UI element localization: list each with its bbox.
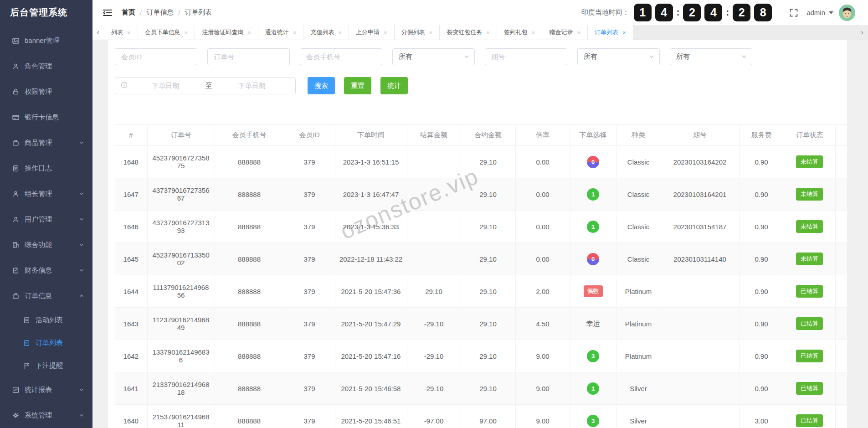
cell-period: 20230103154187 — [661, 211, 739, 243]
sidebar-item[interactable]: 活动列表 — [0, 309, 92, 331]
cell-order_no: 45237901672735875 — [147, 146, 215, 178]
bag-icon — [12, 292, 20, 300]
tab-close-icon[interactable]: × — [338, 29, 342, 36]
tab-close-icon[interactable]: × — [293, 29, 297, 36]
sidebar-item-label: 财务信息 — [25, 266, 79, 275]
sidebar-item[interactable]: 综合功能 — [0, 232, 92, 258]
bet-choice-badge: 3 — [587, 415, 599, 427]
order-no-input[interactable] — [207, 48, 290, 65]
cell-time: 2023-1-3 15:36:33 — [335, 211, 407, 243]
cell-category: Silver — [616, 372, 661, 405]
filter-select-2[interactable]: 所有 — [577, 48, 660, 65]
sidebar-item[interactable]: 统计报表 — [0, 377, 92, 402]
cell-stub — [835, 211, 847, 243]
tab-close-icon[interactable]: × — [127, 29, 131, 36]
clock-digit: 8 — [754, 4, 772, 21]
cell-member_id: 379 — [284, 308, 335, 340]
cell-phone: 888888 — [215, 275, 284, 308]
filter-select-3[interactable]: 所有 — [670, 48, 752, 65]
sidebar-item[interactable]: 银行卡信息 — [0, 104, 92, 130]
tab-close-icon[interactable]: × — [185, 29, 188, 36]
tab-close-icon[interactable]: × — [577, 29, 580, 36]
tab[interactable]: 通道统计 × — [258, 25, 304, 40]
main-area: 首页 / 订单信息 / 订单列表 印度当地时间： 1 4 : 2 4 : 2 8 — [92, 0, 868, 428]
sidebar-item[interactable]: 系统管理 — [0, 402, 92, 428]
cell-phone: 888888 — [215, 178, 284, 211]
sidebar-item[interactable]: 订单列表 — [0, 331, 92, 354]
tab-close-icon[interactable]: × — [532, 29, 535, 36]
date-range-picker[interactable]: 下单日期 至 下单日期 — [115, 77, 296, 94]
cell-category: Platinum — [616, 308, 661, 340]
tab[interactable]: 列表 × — [104, 25, 138, 40]
tab[interactable]: 签到礼包 × — [497, 25, 543, 40]
cell-rate: 2.00 — [515, 275, 570, 308]
tab-label: 订单列表 — [595, 28, 618, 36]
stats-button[interactable]: 统计 — [380, 77, 408, 94]
cell-member_id: 379 — [284, 405, 335, 428]
lock-icon — [12, 88, 20, 96]
sidebar-item[interactable]: 组长管理 — [0, 181, 92, 206]
filter-select-1[interactable]: 所有 — [392, 48, 475, 65]
chevron-icon — [79, 190, 84, 198]
cell-rate: 9.00 — [515, 372, 570, 405]
sidebar-item[interactable]: 权限管理 — [0, 79, 92, 104]
tab[interactable]: 分佣列表 × — [395, 25, 440, 40]
content: 所有 所有 所有 — [92, 40, 868, 428]
sidebar-item[interactable]: 商品管理 — [0, 130, 92, 155]
menu-fold-icon[interactable] — [103, 8, 113, 17]
fullscreen-icon[interactable] — [789, 8, 798, 17]
cell-settle — [407, 178, 461, 211]
cell-fee: 0.90 — [739, 372, 784, 405]
cell-stub — [835, 243, 847, 275]
sidebar: 后台管理系统 banner管理 角色管理 权限管理 银行卡信息 商品管理 操作日… — [0, 0, 92, 428]
sidebar-item[interactable]: banner管理 — [0, 28, 92, 53]
tab-close-icon[interactable]: × — [429, 29, 433, 36]
flip-clock-seam — [704, 13, 722, 13]
bet-choice-badge: 1 — [587, 221, 599, 233]
tab[interactable]: 赠金记录 × — [542, 25, 588, 40]
sidebar-item[interactable]: 操作日志 — [0, 155, 92, 181]
cell-contract: 29.10 — [461, 211, 515, 243]
cell-status: 未结算 — [784, 178, 835, 211]
tab-close-icon[interactable]: × — [486, 29, 490, 36]
chevron-down-icon — [741, 53, 747, 61]
tabs-scroll-left[interactable]: ‹ — [92, 25, 104, 40]
sidebar-item[interactable]: 订单信息 — [0, 283, 92, 309]
tab[interactable]: 会员下单信息 × — [138, 25, 195, 40]
tab-close-icon[interactable]: × — [384, 29, 387, 36]
column-header-category: 种类 — [616, 125, 661, 146]
cell-settle — [407, 211, 461, 243]
tab[interactable]: 订单列表 × — [588, 25, 633, 40]
sidebar-item[interactable]: 角色管理 — [0, 53, 92, 79]
filter-row-2: 下单日期 至 下单日期 搜索 重置 统计 — [115, 77, 847, 94]
tab[interactable]: 上分申请 × — [349, 25, 395, 40]
sidebar-item-label: 用户管理 — [25, 215, 79, 224]
cell-stub — [835, 146, 847, 178]
member-id-input[interactable] — [115, 48, 197, 65]
image-icon — [12, 37, 20, 45]
tab[interactable]: 裂变红包任务 × — [440, 25, 497, 40]
user-dropdown[interactable]: admin — [806, 9, 833, 16]
cell-rate: 0.00 — [515, 243, 570, 275]
tabs-scroll-right[interactable]: › — [856, 25, 868, 40]
breadcrumb-home[interactable]: 首页 — [122, 8, 135, 17]
search-button[interactable]: 搜索 — [308, 77, 335, 94]
tab-close-icon[interactable]: × — [247, 29, 251, 36]
cell-contract: 29.10 — [461, 372, 515, 405]
sidebar-item-label: 订单信息 — [25, 292, 79, 300]
period-input[interactable] — [485, 48, 567, 65]
tab[interactable]: 充值列表 × — [303, 25, 349, 40]
phone-input[interactable] — [300, 48, 382, 65]
sidebar-item[interactable]: 财务信息 — [0, 258, 92, 283]
reset-button[interactable]: 重置 — [344, 77, 371, 94]
sidebar-item[interactable]: 下注提醒 — [0, 354, 92, 377]
order-status-badge: 未结算 — [796, 253, 823, 265]
avatar[interactable] — [839, 5, 855, 21]
chevron-icon — [79, 412, 84, 419]
cell-choice: 幸运 — [570, 308, 616, 340]
clock-label: 印度当地时间： — [581, 8, 629, 17]
tab[interactable]: 注册验证码查询 × — [195, 25, 258, 40]
tab-close-icon[interactable]: × — [622, 29, 626, 36]
sidebar-item[interactable]: 用户管理 — [0, 206, 92, 232]
column-header-id: # — [115, 125, 147, 146]
